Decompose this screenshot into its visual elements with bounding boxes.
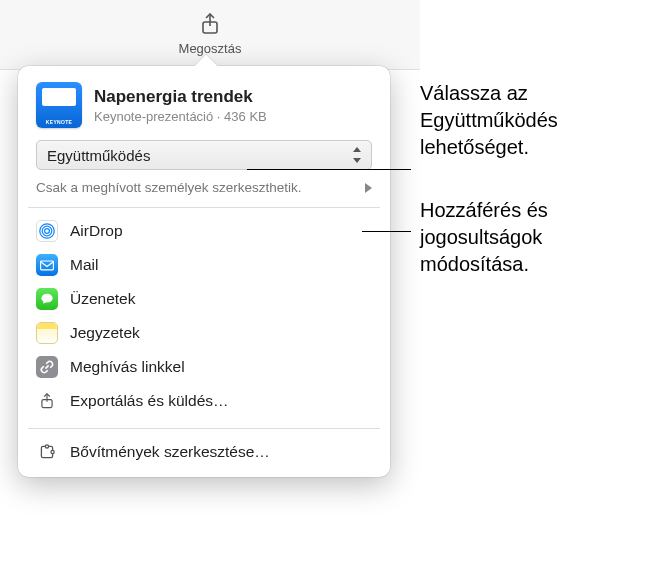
share-option-export[interactable]: Exportálás és küldés… bbox=[18, 384, 390, 418]
mail-icon bbox=[36, 254, 58, 276]
callout-line bbox=[362, 231, 411, 232]
separator bbox=[28, 428, 380, 429]
share-option-notes[interactable]: Jegyzetek bbox=[18, 316, 390, 350]
share-icon[interactable] bbox=[200, 13, 220, 39]
export-icon bbox=[36, 390, 58, 412]
share-option-label: Mail bbox=[70, 256, 98, 274]
svg-rect-4 bbox=[41, 261, 54, 270]
mode-selected-label: Együttműködés bbox=[47, 147, 150, 164]
extensions-icon bbox=[36, 441, 58, 463]
share-option-label: Üzenetek bbox=[70, 290, 135, 308]
share-option-mail[interactable]: Mail bbox=[18, 248, 390, 282]
share-option-label: Jegyzetek bbox=[70, 324, 140, 342]
document-title: Napenergia trendek bbox=[94, 87, 267, 107]
edit-extensions[interactable]: Bővítmények szerkesztése… bbox=[18, 435, 390, 469]
svg-point-1 bbox=[45, 228, 50, 233]
annotation-2: Hozzáférés és jogosultságok módosítása. bbox=[420, 197, 650, 278]
document-meta: Keynote-prezentáció · 436 KB bbox=[94, 109, 267, 124]
share-option-label: AirDrop bbox=[70, 222, 123, 240]
callout-line bbox=[247, 169, 411, 170]
document-icon bbox=[36, 82, 82, 128]
updown-chevron-icon bbox=[351, 147, 363, 163]
share-option-airdrop[interactable]: AirDrop bbox=[18, 214, 390, 248]
airdrop-icon bbox=[36, 220, 58, 242]
annotation-1: Válassza az Együttműködés lehetőséget. bbox=[420, 80, 650, 161]
share-option-label: Exportálás és küldés… bbox=[70, 392, 229, 410]
share-popover: Napenergia trendek Keynote-prezentáció ·… bbox=[18, 66, 390, 477]
svg-point-8 bbox=[45, 445, 48, 448]
access-text: Csak a meghívott személyek szerkesztheti… bbox=[36, 180, 302, 197]
access-permissions-row[interactable]: Csak a meghívott személyek szerkesztheti… bbox=[36, 180, 372, 197]
collaboration-mode-select[interactable]: Együttműködés bbox=[36, 140, 372, 170]
share-option-label: Meghívás linkkel bbox=[70, 358, 185, 376]
annotations: Válassza az Együttműködés lehetőséget. H… bbox=[420, 80, 650, 314]
chevron-right-icon bbox=[365, 183, 372, 193]
document-header: Napenergia trendek Keynote-prezentáció ·… bbox=[18, 66, 390, 140]
messages-icon bbox=[36, 288, 58, 310]
svg-point-2 bbox=[42, 226, 52, 236]
share-label: Megosztás bbox=[179, 41, 242, 56]
svg-point-9 bbox=[51, 450, 54, 453]
svg-point-5 bbox=[41, 294, 52, 303]
extensions-label: Bővítmények szerkesztése… bbox=[70, 443, 270, 461]
separator bbox=[28, 207, 380, 208]
link-icon bbox=[36, 356, 58, 378]
share-option-messages[interactable]: Üzenetek bbox=[18, 282, 390, 316]
share-option-invite-link[interactable]: Meghívás linkkel bbox=[18, 350, 390, 384]
notes-icon bbox=[36, 322, 58, 344]
